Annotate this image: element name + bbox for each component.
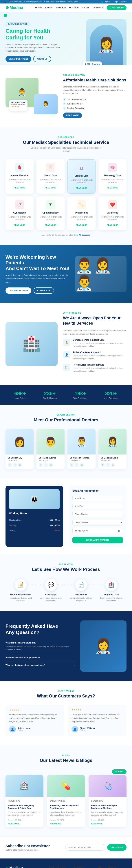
faq-question-2-text: How do I schedule an appointment?	[5, 656, 40, 659]
blog-2-description: Lorem ipsum dolor sit amet consectetur a…	[50, 811, 82, 816]
doctor-badge-title: General Physician	[11, 103, 25, 105]
service-orthopedics[interactable]: 🦴 Orthopedics Lorem ipsum dolor sit amet…	[68, 196, 96, 230]
process-step-4-title: Ongoing Care	[96, 593, 127, 596]
doctor-card-2[interactable]: 👨 Dr. Rachel Werner Neurologist f t in	[36, 429, 64, 469]
faq-section: Frequently Asked Have Any Question? What…	[0, 611, 132, 681]
doctor-card-1[interactable]: 👩 Dr. William Lily Cardiologist f t in	[5, 429, 33, 469]
doctor-card-3[interactable]: 👨‍⚕️ Dr. Malcolm Funston Orthopedics f t…	[68, 429, 96, 469]
nav-contact[interactable]: CONTACT	[93, 6, 103, 9]
hours-day-2: Saturday	[9, 524, 17, 526]
doctor-3-twitter[interactable]: t	[75, 463, 79, 467]
doctor-2-twitter[interactable]: t	[44, 463, 48, 467]
blog-card-1[interactable]: 🏥 HEALTH TIPS Healthcare Tips Navigating…	[5, 775, 44, 827]
hero-cross-icon: ✚	[125, 19, 127, 23]
login-link[interactable]: Login / Register	[114, 1, 127, 3]
appointment-name-input[interactable]	[73, 495, 123, 501]
blog-3-content: HEALTH TIPS Health vs. Wealth Navigate B…	[88, 797, 127, 827]
newsletter-subscribe-button[interactable]: SUBSCRIBE	[107, 844, 127, 850]
nav-doctor[interactable]: DOCTOR	[69, 6, 79, 9]
blog-1-image: 🏥	[5, 775, 44, 797]
why-content: WHY CHOOSE US We Are Always Open For You…	[63, 312, 127, 376]
doctor-1-linkedin[interactable]: in	[18, 463, 22, 467]
faq-item-2[interactable]: How do I schedule an appointment? +	[5, 654, 75, 661]
blog-3-image: 🩺	[88, 775, 127, 797]
doctor-4-linkedin[interactable]: in	[111, 463, 115, 467]
ophthalmology-link[interactable]: READ MORE	[45, 224, 56, 226]
orthopedics-link[interactable]: READ MORE	[76, 224, 87, 226]
nav-pages[interactable]: PAGES	[82, 6, 89, 9]
process-step-2-desc: Lorem ipsum dolor sit amet consectetur.	[36, 597, 66, 602]
cardiology-icon: ❤️	[108, 200, 117, 209]
appointment-phone-input[interactable]	[73, 511, 123, 517]
doctor-4-image: 👩‍⚕️	[99, 429, 127, 455]
service-dental-care[interactable]: 🦷 Dental Care Lorem ipsum dolor sit amet…	[36, 159, 64, 193]
gynecology-desc: Lorem ipsum dolor sit amet consectetur.	[8, 216, 31, 221]
faq-item-3[interactable]: What are the types of services available…	[5, 661, 75, 669]
welcoming-image: 👨‍⚕️👩‍⚕️👨‍⚕️	[75, 256, 127, 292]
dental-care-link[interactable]: READ MORE	[45, 187, 56, 189]
appointment-submit-button[interactable]: BOOK APPOINTMENT	[73, 537, 123, 543]
hero-about-button[interactable]: ABOUT US	[33, 56, 51, 62]
process-header: HOW IT WORK Let's See How We Work Proces…	[5, 563, 127, 572]
doctor-1-twitter[interactable]: t	[13, 463, 17, 467]
appointment-service-select[interactable]: Select Service	[73, 519, 123, 526]
hours-row-3: Sunday Closed	[9, 528, 59, 533]
about-section: 👨‍⚕️ 👩‍⚕️ Dr. Edric Jabel General Physic…	[0, 65, 132, 127]
service-ophthalmology[interactable]: 👁 Ophthalmology Lorem ipsum dolor sit am…	[36, 196, 64, 230]
doctor-3-facebook[interactable]: f	[70, 463, 74, 467]
phone-link[interactable]: 📞 +1 (234) 567-9800	[4, 1, 22, 3]
doctor-3-image: 👨‍⚕️	[68, 429, 96, 455]
doctor-2-linkedin[interactable]: in	[49, 463, 53, 467]
nav-about[interactable]: ABOUT	[45, 6, 53, 9]
doctor-1-image: 👩	[5, 429, 33, 455]
hero-appointment-button[interactable]: GET APPOINTMENT	[5, 56, 31, 62]
urology-care-link[interactable]: READ MORE	[76, 187, 87, 189]
main-navigation: ⊕ Mediax HOME ABOUT SERVICE DOCTOR PAGES…	[0, 3, 132, 12]
internal-medicine-link[interactable]: READ MORE	[14, 187, 25, 189]
service-urology-care[interactable]: 🔬 Urology Care Lorem ipsum dolor sit ame…	[68, 159, 96, 193]
doctor-4-twitter[interactable]: t	[106, 463, 110, 467]
doctor-3-linkedin[interactable]: in	[80, 463, 84, 467]
neurology-care-link[interactable]: READ MORE	[107, 187, 118, 189]
blog-card-2[interactable]: 💊 CARE STRATEGY Preserving Care Strategy…	[47, 775, 85, 827]
faq-item-1[interactable]: What are the clinic's hours like? − Lore…	[5, 639, 75, 654]
hours-row-1: Monday - Friday 8:00 - 20:00	[9, 518, 59, 523]
service-neurology-care[interactable]: 🧠 Neurology Care Lorem ipsum dolor sit a…	[99, 159, 127, 193]
blog-card-3[interactable]: 🩺 HEALTH TIPS Health vs. Wealth Navigate…	[88, 775, 127, 827]
service-cardiology[interactable]: ❤️ Cardiology Lorem ipsum dolor sit amet…	[99, 196, 127, 230]
why-heading: We Are Always Open For Your Health Servi…	[63, 315, 127, 326]
stat-procedures-label: Total Procedures	[73, 397, 87, 399]
blog-1-read-more[interactable]: READ MORE	[8, 823, 41, 825]
view-all-services-link[interactable]: View All Services	[74, 234, 90, 236]
stat-experience: 320+ Years Experience	[104, 391, 118, 399]
cardiology-link[interactable]: READ MORE	[107, 224, 118, 226]
nav-service[interactable]: SERVICE	[56, 6, 66, 9]
nav-home[interactable]: HOME	[35, 6, 42, 9]
ophthalmology-title: Ophthalmology	[39, 212, 62, 214]
welcoming-contact-button[interactable]: CONTACT US	[33, 287, 54, 294]
language-select[interactable]: 🌐 English	[101, 1, 110, 3]
doctor-card-4[interactable]: 👩‍⚕️ Dr. Douglas Lepke Pediatrician f t …	[99, 429, 127, 469]
blog-header: BLOGS Our Latest News & Blogs	[5, 754, 127, 763]
service-internal-medicine[interactable]: 🫀 Internal Medicine Lorem ipsum dolor si…	[5, 159, 33, 193]
appointment-date-input[interactable]	[73, 528, 123, 534]
doctor-1-facebook[interactable]: f	[8, 463, 12, 467]
about-read-more-button[interactable]: READ MORE	[63, 113, 82, 118]
testimonials-heading: What Our Customers Says?	[5, 693, 127, 699]
newsletter-email-input[interactable]	[65, 844, 105, 850]
dental-care-icon: 🦷	[46, 163, 55, 172]
gynecology-link[interactable]: READ MORE	[14, 224, 25, 226]
blog-2-tag: CARE STRATEGY	[50, 800, 82, 802]
blog-2-read-more[interactable]: READ MORE	[50, 823, 82, 825]
blog-grid: 🏥 HEALTH TIPS Healthcare Tips Navigating…	[5, 775, 127, 827]
doctor-4-facebook[interactable]: f	[101, 463, 105, 467]
appointment-email-input[interactable]	[73, 503, 123, 509]
blog-3-read-more[interactable]: READ MORE	[91, 823, 124, 825]
email-link[interactable]: ✉ mediax@gmail.com	[24, 1, 42, 3]
nav-appointment-button[interactable]: APPOINTMENT	[107, 5, 127, 10]
top-bar: 📞 +1 (234) 567-9800 ✉ mediax@gmail.com C…	[0, 0, 132, 3]
service-gynecology[interactable]: 🍼 Gynecology Lorem ipsum dolor sit amet …	[5, 196, 33, 230]
doctor-2-facebook[interactable]: f	[39, 463, 43, 467]
blog-view-all-button[interactable]: VIEW ALL	[112, 769, 127, 774]
welcoming-appointment-button[interactable]: GET APPOINTMENT	[5, 287, 31, 294]
